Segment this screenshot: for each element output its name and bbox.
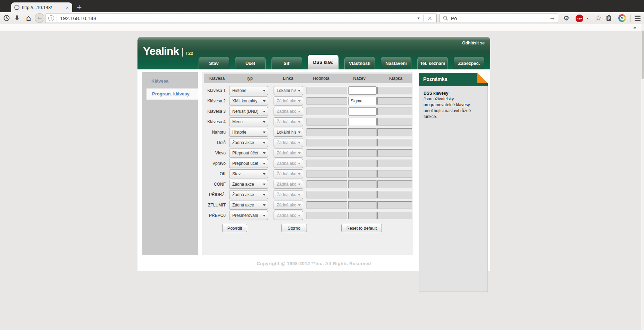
tab-nastaven[interactable]: Nastavení bbox=[381, 57, 411, 69]
tab-tel-seznam[interactable]: Tel. seznam bbox=[417, 57, 448, 69]
table-row-dol: DolůŽádná akceŽádná akce bbox=[202, 137, 413, 148]
chevron-down-icon bbox=[296, 118, 303, 126]
typ-select[interactable]: Historie bbox=[229, 128, 268, 137]
bookmark-star-icon[interactable]: ☆ bbox=[594, 12, 603, 24]
brand-model: T22 bbox=[185, 51, 193, 57]
tab-zabezpe[interactable]: Zabezpeč. bbox=[454, 57, 484, 69]
note-header: Poznámka bbox=[419, 73, 488, 86]
chevron-down-icon bbox=[261, 86, 268, 95]
overflow-chevrons-icon[interactable]: » bbox=[633, 25, 636, 30]
nazev-input[interactable] bbox=[348, 118, 377, 126]
site-info-icon[interactable]: i bbox=[48, 15, 54, 21]
typ-select-value: Přepnout účet bbox=[229, 151, 261, 155]
chevron-down-icon bbox=[296, 128, 303, 136]
home-icon[interactable]: ⌂ bbox=[24, 12, 33, 24]
linka-select: Žádná akce bbox=[274, 96, 303, 105]
linka-select-value: Žádná akce bbox=[274, 99, 296, 103]
folded-corner-icon bbox=[477, 73, 488, 83]
chevron-down-icon bbox=[296, 201, 303, 209]
linka-select: Žádná akce bbox=[274, 180, 303, 189]
url-input[interactable]: i 192.168.10.148 ▾ × bbox=[45, 14, 437, 23]
tab-vlastnosti[interactable]: Vlastnosti bbox=[344, 57, 375, 69]
search-input[interactable]: Po → bbox=[440, 14, 558, 23]
adblock-icon[interactable]: ABP bbox=[576, 15, 583, 22]
sidebar-item-program-klavesy[interactable]: Program. klávesy bbox=[147, 88, 198, 100]
linka-select-value: Žádná akce bbox=[274, 151, 296, 155]
typ-select-value: Žádná akce bbox=[229, 140, 261, 145]
tab-stav[interactable]: Stav bbox=[199, 57, 229, 69]
linka-select-value: Žádná akce bbox=[274, 161, 296, 166]
hodnota-input bbox=[307, 97, 347, 105]
typ-select[interactable]: Přepnout účet bbox=[229, 159, 268, 168]
adblock-dropdown-icon[interactable]: ▾ bbox=[585, 12, 590, 24]
search-go-icon[interactable]: → bbox=[546, 15, 558, 22]
typ-select[interactable]: Menu bbox=[229, 117, 268, 126]
back-icon[interactable]: ← bbox=[35, 13, 44, 23]
browser-tab[interactable]: http://...10.148/ × bbox=[11, 2, 72, 12]
chevron-down-icon bbox=[261, 180, 268, 188]
tab-dss-kl-v[interactable]: DSS kláv. bbox=[308, 55, 338, 69]
menu-hamburger-icon[interactable] bbox=[633, 12, 642, 24]
history-clock-icon[interactable] bbox=[2, 12, 11, 24]
extension-m-icon[interactable]: M bbox=[618, 14, 626, 22]
typ-select[interactable]: Přepnout účet bbox=[229, 149, 268, 158]
extension-m-letter: M bbox=[620, 16, 625, 20]
logout-link[interactable]: Odhlásit se bbox=[462, 41, 485, 45]
nazev-input[interactable] bbox=[348, 97, 377, 105]
tab-label: Zabezpeč. bbox=[458, 61, 480, 66]
tab-s[interactable]: Síť bbox=[271, 57, 302, 69]
chevron-down-icon bbox=[296, 107, 303, 116]
browser-tab-bar: http://...10.148/ × + bbox=[0, 0, 644, 12]
chevron-down-icon bbox=[261, 97, 268, 105]
typ-select[interactable]: Žádná akce bbox=[229, 138, 268, 147]
linka-select[interactable]: Lokální hist bbox=[274, 86, 303, 95]
key-label: CONF bbox=[202, 182, 226, 187]
linka-select-value: Žádná akce bbox=[274, 140, 296, 145]
key-label: OK bbox=[202, 171, 226, 176]
typ-select[interactable]: XML kontakty bbox=[229, 96, 268, 105]
nazev-input bbox=[348, 160, 377, 167]
nazev-input[interactable] bbox=[348, 86, 377, 95]
typ-select[interactable]: Stav bbox=[229, 169, 268, 178]
chevron-down-icon bbox=[261, 118, 268, 126]
table-row-kl-vesa-4: Klávesa 4MenuŽádná akce bbox=[202, 117, 413, 127]
klapka-input bbox=[377, 170, 412, 178]
key-label: Klávesa 4 bbox=[202, 119, 226, 124]
typ-select[interactable]: Nerušit (DND) bbox=[229, 107, 268, 116]
linka-select: Žádná akce bbox=[274, 169, 303, 178]
new-tab-button[interactable]: + bbox=[74, 3, 84, 11]
confirm-button[interactable]: Potvrdit bbox=[222, 224, 247, 232]
typ-select[interactable]: Přesměrování bbox=[229, 211, 268, 220]
cancel-button[interactable]: Storno bbox=[281, 224, 307, 232]
chevron-down-icon bbox=[261, 138, 268, 147]
stop-icon[interactable]: × bbox=[424, 15, 436, 22]
url-history-dropdown-icon[interactable]: ▾ bbox=[414, 16, 423, 20]
sidebar-group-label: Klávesa bbox=[151, 78, 168, 84]
brand-name: Yealink bbox=[143, 45, 179, 57]
gear-icon[interactable]: ⚙ bbox=[562, 12, 571, 24]
tab-et[interactable]: Účet bbox=[235, 57, 266, 69]
copyright-footer: Copyright @ 1998-2012 **Inc. All Rights … bbox=[137, 261, 490, 266]
nazev-input[interactable] bbox=[348, 107, 377, 116]
reset-default-button[interactable]: Reset to default bbox=[341, 224, 382, 232]
chevron-down-icon bbox=[261, 201, 268, 209]
tab-label: DSS kláv. bbox=[313, 60, 333, 65]
scrollbar-thumb[interactable] bbox=[642, 31, 644, 79]
table-row-ok: OKStavŽádná akce bbox=[202, 169, 413, 179]
page-scrollbar[interactable] bbox=[641, 24, 644, 330]
linka-select-value: Žádná akce bbox=[274, 119, 296, 124]
table-row-kl-vesa-2: Klávesa 2XML kontaktyŽádná akce bbox=[202, 96, 413, 106]
typ-select[interactable]: Žádná akce bbox=[229, 190, 268, 199]
table-row-kl-vesa-3: Klávesa 3Nerušit (DND)Žádná akce bbox=[202, 106, 413, 117]
typ-select[interactable]: Žádná akce bbox=[229, 180, 268, 189]
chevron-down-icon bbox=[296, 180, 303, 188]
clipboard-icon[interactable] bbox=[604, 12, 613, 24]
nav-tabs: StavÚčetSíťDSS kláv.VlastnostiNastaveníT… bbox=[199, 55, 484, 69]
downloads-icon[interactable] bbox=[12, 12, 22, 24]
typ-select[interactable]: Historie bbox=[229, 86, 268, 95]
linka-select[interactable]: Lokální hist bbox=[274, 128, 303, 137]
tab-close-icon[interactable]: × bbox=[65, 5, 69, 10]
note-title: DSS klávesy bbox=[424, 91, 483, 96]
typ-select[interactable]: Žádná akce bbox=[229, 201, 268, 210]
hodnota-input bbox=[307, 149, 347, 157]
